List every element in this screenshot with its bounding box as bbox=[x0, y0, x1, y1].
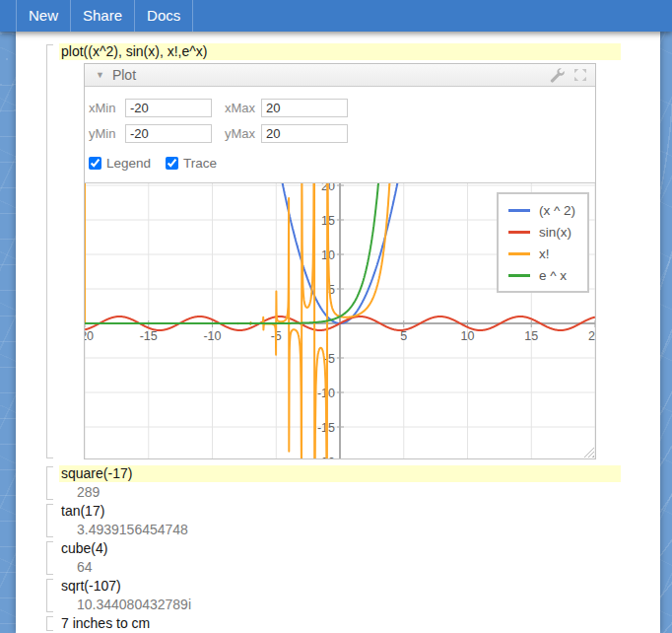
svg-text:15: 15 bbox=[524, 329, 538, 343]
expression-input[interactable]: cube(4) bbox=[59, 540, 621, 557]
expression-input[interactable]: 7 inches to cm bbox=[59, 615, 621, 632]
svg-text:20: 20 bbox=[588, 329, 595, 343]
worksheet-cell: 7 inches to cm bbox=[59, 615, 660, 632]
legend-checkbox-label: Legend bbox=[106, 156, 151, 171]
svg-text:-10: -10 bbox=[203, 329, 221, 343]
navbar: New Share Docs bbox=[0, 0, 672, 32]
worksheet-cell-plot: plot((x^2), sin(x), x!,e^x) ▼ Plot bbox=[59, 43, 660, 459]
nav-item-docs[interactable]: Docs bbox=[134, 0, 193, 32]
expression-result: 289 bbox=[59, 484, 660, 501]
expression-input[interactable]: tan(17) bbox=[59, 503, 621, 520]
legend-swatch bbox=[508, 274, 530, 277]
svg-text:5: 5 bbox=[400, 329, 407, 343]
trace-checkbox-label: Trace bbox=[183, 156, 217, 171]
expression-input[interactable]: sqrt(-107) bbox=[59, 578, 621, 595]
x-range-row: xMin xMax bbox=[89, 99, 595, 117]
plot-controls: xMin xMax yMin yMax Legend bbox=[85, 87, 595, 182]
wrench-icon[interactable] bbox=[549, 67, 565, 83]
app-background: { "navbar": { "items": [ { "label": "New… bbox=[0, 0, 672, 633]
plot-options-row: Legend Trace bbox=[89, 156, 595, 171]
nav-item-share[interactable]: Share bbox=[70, 0, 134, 32]
y-range-row: yMin yMax bbox=[89, 124, 595, 143]
trace-checkbox[interactable] bbox=[166, 157, 178, 170]
ymax-input[interactable] bbox=[261, 124, 348, 143]
svg-text:-5: -5 bbox=[324, 352, 335, 366]
expression-input[interactable]: plot((x^2), sin(x), x!,e^x) bbox=[59, 43, 621, 60]
trace-toggle[interactable]: Trace bbox=[166, 156, 217, 171]
legend-row: x! bbox=[508, 243, 575, 264]
expression-result: 64 bbox=[59, 559, 660, 576]
legend-row: sin(x) bbox=[508, 221, 575, 243]
legend-label: e ^ x bbox=[539, 268, 567, 283]
expand-icon[interactable] bbox=[573, 68, 587, 82]
xmax-input[interactable] bbox=[261, 99, 348, 117]
ymin-label: yMin bbox=[89, 126, 122, 141]
worksheet-cell: square(-17) 289 bbox=[59, 465, 660, 501]
legend-row: e ^ x bbox=[508, 264, 575, 286]
legend-label: x! bbox=[539, 246, 550, 261]
legend-label: sin(x) bbox=[539, 225, 571, 240]
collapse-icon[interactable]: ▼ bbox=[96, 70, 104, 80]
xmax-label: xMax bbox=[225, 101, 258, 115]
legend-swatch bbox=[508, 209, 530, 212]
legend-toggle[interactable]: Legend bbox=[89, 156, 151, 171]
expression-input[interactable]: square(-17) bbox=[59, 465, 621, 482]
notepad-page: plot((x^2), sin(x), x!,e^x) ▼ Plot bbox=[16, 32, 660, 633]
worksheet-cell: sqrt(-107) 10.344080432789i bbox=[59, 578, 660, 613]
plot-panel-title: Plot bbox=[112, 67, 136, 83]
worksheet-cell: cube(4) 64 bbox=[59, 540, 660, 576]
legend-label: (x ^ 2) bbox=[539, 203, 575, 218]
legend-swatch bbox=[508, 231, 530, 234]
expression-result: 3.4939156454748 bbox=[59, 522, 660, 538]
plot-panel-header: ▼ Plot bbox=[85, 64, 595, 87]
worksheet-cells: square(-17) 289 tan(17) 3.4939156454748 … bbox=[59, 465, 660, 632]
chart-area: -20-15-10-55101520-20-15-10-55101520 (x … bbox=[85, 182, 595, 458]
worksheet-cell: tan(17) 3.4939156454748 bbox=[59, 503, 660, 538]
xmin-label: xMin bbox=[89, 101, 122, 115]
svg-text:-15: -15 bbox=[140, 329, 158, 343]
expression-result: 10.344080432789i bbox=[59, 597, 660, 613]
legend-swatch bbox=[508, 252, 530, 255]
svg-text:-20: -20 bbox=[85, 329, 94, 343]
svg-text:10: 10 bbox=[461, 329, 475, 343]
legend-checkbox[interactable] bbox=[89, 157, 101, 170]
chart-legend: (x ^ 2)sin(x)x!e ^ x bbox=[497, 192, 589, 293]
nav-item-new[interactable]: New bbox=[16, 0, 70, 32]
xmin-input[interactable] bbox=[125, 99, 212, 117]
ymax-label: yMax bbox=[225, 126, 258, 141]
legend-row: (x ^ 2) bbox=[508, 199, 575, 221]
plot-panel: ▼ Plot xMin xMax bbox=[84, 63, 596, 459]
ymin-input[interactable] bbox=[125, 124, 212, 143]
